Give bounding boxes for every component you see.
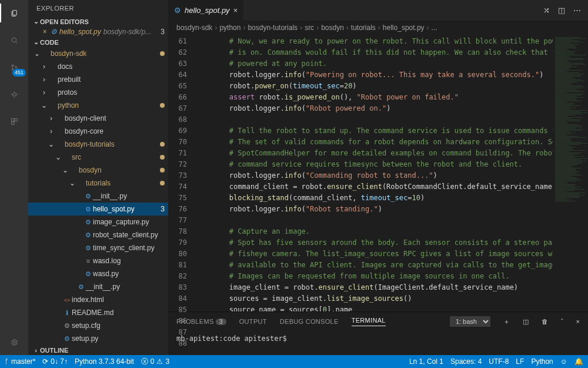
- new-terminal-icon[interactable]: ＋: [503, 317, 510, 326]
- compare-icon[interactable]: ⤭: [543, 6, 550, 15]
- breadcrumb-sep-icon: ›: [427, 24, 429, 32]
- modified-dot-icon: [160, 51, 165, 56]
- folder-item[interactable]: ›protos: [28, 86, 168, 99]
- tree-label: bosdyn-core: [65, 127, 103, 135]
- close-panel-icon[interactable]: ×: [576, 318, 580, 325]
- minimap[interactable]: [553, 35, 588, 311]
- extensions-icon[interactable]: [7, 114, 21, 128]
- file-item[interactable]: __init__.py: [28, 280, 168, 293]
- language-mode[interactable]: Python: [531, 357, 553, 366]
- debug-icon[interactable]: [7, 87, 21, 101]
- chevron-icon: ›: [40, 88, 48, 97]
- sidebar-title: EXPLORER: [28, 0, 168, 16]
- folder-item[interactable]: ⌄bosdyn: [28, 164, 168, 177]
- tree-label: robot_state_client.py: [93, 231, 158, 239]
- folder-item[interactable]: ›prebuilt: [28, 73, 168, 86]
- more-actions-icon[interactable]: ⋯: [573, 6, 581, 15]
- cursor-position[interactable]: Ln 1, Col 1: [409, 357, 443, 366]
- close-tab-icon[interactable]: ×: [233, 6, 238, 15]
- file-item[interactable]: wasd.log: [28, 254, 168, 267]
- code-section-header[interactable]: ⌄CODE: [28, 37, 168, 47]
- tree-label: prebuilt: [58, 75, 81, 84]
- terminal-tab[interactable]: TERMINAL: [352, 317, 386, 326]
- breadcrumb-item[interactable]: hello_spot.py: [383, 24, 425, 32]
- output-tab[interactable]: OUTPUT: [239, 318, 267, 325]
- line-gutter: 6162636465666768697071727374757677787980…: [168, 35, 195, 311]
- encoding[interactable]: UTF-8: [489, 357, 509, 366]
- editor-area: hello_spot.py × ⤭ ◫ ⋯ bosdyn-sdk›python›…: [168, 0, 588, 355]
- chevron-icon: ›: [47, 114, 55, 122]
- breadcrumb-sep-icon: ›: [316, 24, 319, 32]
- breadcrumb-item[interactable]: src: [305, 24, 314, 32]
- bottom-panel: PROBLEMS 3 OUTPUT DEBUG CONSOLE TERMINAL…: [168, 311, 588, 355]
- terminal-body[interactable]: mb-apitest:code apitester$: [168, 331, 588, 355]
- split-terminal-icon[interactable]: ◫: [523, 318, 529, 326]
- python-file-icon: [174, 6, 181, 15]
- folder-item[interactable]: ›docs: [28, 60, 168, 73]
- tree-label: image_capture.py: [93, 218, 149, 226]
- tab-bar: hello_spot.py × ⤭ ◫ ⋯: [168, 0, 588, 21]
- debug-console-tab[interactable]: DEBUG CONSOLE: [280, 318, 339, 325]
- file-item[interactable]: time_sync_client.py: [28, 241, 168, 254]
- breadcrumb-sep-icon: ›: [346, 24, 349, 32]
- file-item[interactable]: wasd.py: [28, 267, 168, 280]
- search-icon[interactable]: [7, 33, 21, 47]
- notifications-icon[interactable]: 🔔: [574, 357, 583, 366]
- file-item[interactable]: setup.py: [28, 332, 168, 345]
- file-item[interactable]: index.html: [28, 293, 168, 306]
- maximize-panel-icon[interactable]: ˆ: [561, 318, 563, 325]
- git-sync[interactable]: ⟳0↓ 7↑: [42, 357, 68, 366]
- breadcrumb-item[interactable]: bosdyn-sdk: [176, 24, 212, 32]
- tree-label: bosdyn-client: [65, 114, 106, 122]
- python-interpreter[interactable]: Python 3.7.3 64-bit: [75, 357, 134, 366]
- tree-label: index.html: [72, 296, 104, 304]
- svg-rect-6: [11, 118, 14, 121]
- eol[interactable]: LF: [516, 357, 524, 366]
- tree-label: python: [58, 101, 79, 110]
- file-icon: [62, 335, 72, 343]
- files-icon[interactable]: [7, 6, 21, 20]
- file-item[interactable]: robot_state_client.py: [28, 228, 168, 241]
- file-item[interactable]: hello_spot.py3: [28, 203, 168, 216]
- git-branch[interactable]: ᚶ master*: [5, 357, 35, 366]
- chevron-icon: ›: [40, 75, 48, 84]
- kill-terminal-icon[interactable]: 🗑: [542, 318, 548, 325]
- folder-item[interactable]: ⌄bosdyn-tutorials: [28, 138, 168, 151]
- modified-dot-icon: [160, 155, 165, 160]
- settings-gear-icon[interactable]: [7, 335, 21, 349]
- file-item[interactable]: __init__.py: [28, 190, 168, 203]
- breadcrumb-item[interactable]: bosdyn: [321, 24, 344, 32]
- file-icon: [62, 322, 72, 330]
- split-editor-icon[interactable]: ◫: [558, 6, 565, 15]
- breadcrumb-item[interactable]: ...: [432, 24, 437, 32]
- folder-item[interactable]: ⌄python: [28, 99, 168, 112]
- terminal-selector[interactable]: 1: bash: [450, 316, 490, 327]
- chevron-icon: ⌄: [54, 153, 62, 161]
- folder-item[interactable]: ⌄src: [28, 151, 168, 164]
- problems-status[interactable]: ⓧ 0 ⚠ 3: [141, 357, 169, 367]
- problem-count: 3: [161, 205, 165, 213]
- code-editor[interactable]: # Now, we are ready to power on the robo…: [195, 35, 553, 311]
- folder-item[interactable]: ›bosdyn-client: [28, 112, 168, 125]
- folder-item[interactable]: ⌄bosdyn-sdk: [28, 47, 168, 60]
- breadcrumb-item[interactable]: bosdyn-tutorials: [248, 24, 298, 32]
- indentation[interactable]: Spaces: 4: [450, 357, 482, 366]
- file-item[interactable]: image_capture.py: [28, 216, 168, 228]
- breadcrumb-item[interactable]: python: [219, 24, 240, 32]
- breadcrumbs[interactable]: bosdyn-sdk›python›bosdyn-tutorials›src›b…: [168, 21, 588, 35]
- folder-item[interactable]: ›bosdyn-core: [28, 125, 168, 138]
- chevron-icon: ⌄: [47, 140, 55, 148]
- open-editors-header[interactable]: ⌄OPEN EDITORS: [28, 16, 168, 26]
- chevron-icon: ⌄: [40, 101, 48, 110]
- svg-rect-7: [15, 118, 17, 121]
- feedback-icon[interactable]: ☺: [560, 357, 567, 366]
- folder-item[interactable]: ⌄tutorials: [28, 177, 168, 190]
- source-control-icon[interactable]: 451: [7, 60, 21, 74]
- breadcrumb-item[interactable]: tutorials: [351, 24, 376, 32]
- chevron-icon: ⌄: [61, 166, 69, 174]
- file-item[interactable]: setup.cfg: [28, 319, 168, 332]
- editor-tab[interactable]: hello_spot.py ×: [168, 0, 243, 21]
- file-item[interactable]: README.md: [28, 306, 168, 319]
- outline-header[interactable]: ›OUTLINE: [28, 346, 168, 355]
- open-editor-item[interactable]: × hello_spot.py bosdyn-sdk/p... 3: [38, 26, 168, 37]
